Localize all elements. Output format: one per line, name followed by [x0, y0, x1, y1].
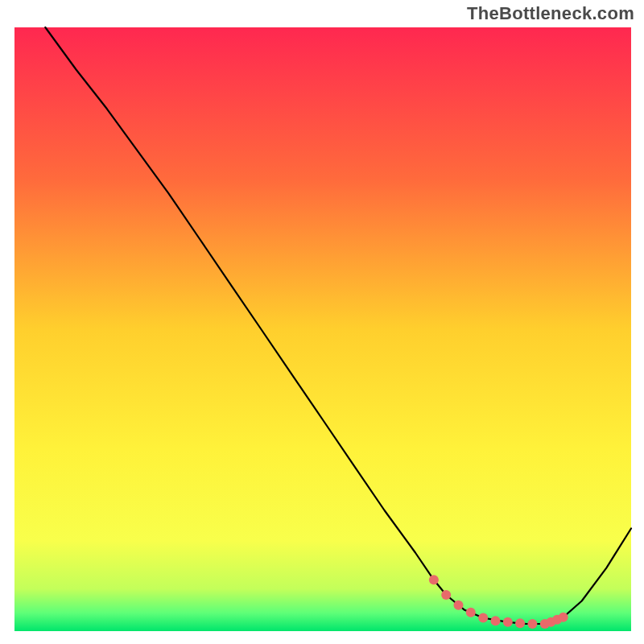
bottleneck-chart: [0, 0, 644, 644]
highlight-dot: [454, 601, 464, 610]
highlight-dot: [429, 575, 439, 584]
chart-stage: TheBottleneck.com: [0, 0, 644, 644]
watermark-text: TheBottleneck.com: [467, 3, 634, 24]
highlight-dot: [491, 616, 501, 625]
highlight-dot: [559, 613, 568, 622]
highlight-dot: [527, 619, 537, 629]
highlight-dot: [441, 590, 451, 600]
highlight-dot: [515, 618, 525, 628]
plot-background: [14, 27, 631, 631]
highlight-dot: [503, 617, 513, 627]
highlight-dot: [466, 608, 476, 617]
highlight-dot: [478, 613, 488, 623]
